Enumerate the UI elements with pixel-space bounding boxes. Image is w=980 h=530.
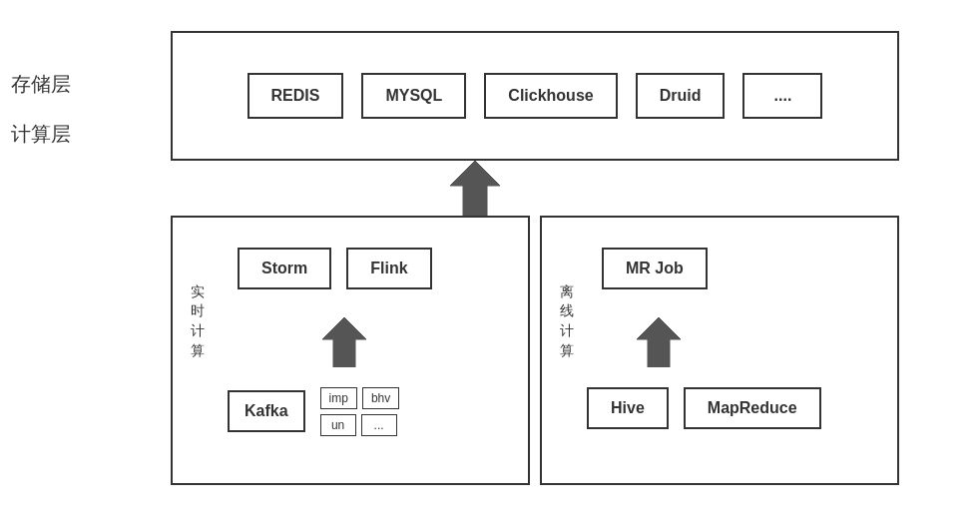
diagram: 存储层 REDIS MYSQL Clickhouse Druid .... 计算… [81,31,899,500]
mr-job-row: MR Job [602,248,708,289]
kafka-tag-more: ... [361,414,397,436]
realtime-up-arrow [322,317,366,367]
mr-job-item: MR Job [602,248,708,289]
realtime-box: 实 时 计 算 Storm Flink Kafka imp bhv [171,216,530,485]
hive-mr-row: Hive MapReduce [587,387,821,429]
kafka-tags-row2: un ... [320,414,400,436]
mapreduce-item: MapReduce [684,387,821,429]
hive-item: Hive [587,387,669,429]
storage-items: REDIS MYSQL Clickhouse Druid .... [173,33,897,159]
realtime-label: 实 时 计 算 [188,272,208,334]
svg-marker-0 [450,161,500,216]
offline-label: 离 线 计 算 [557,272,577,334]
storage-layer: REDIS MYSQL Clickhouse Druid .... [171,31,899,161]
storage-mysql: MYSQL [361,73,466,119]
offline-box: 离 线 计 算 MR Job Hive MapReduce [540,216,899,485]
offline-up-arrow [637,317,681,367]
kafka-tag-un: un [320,414,356,436]
svg-marker-2 [637,317,681,367]
storage-druid: Druid [636,73,726,119]
storm-item: Storm [238,248,331,289]
storage-redis: REDIS [247,73,344,119]
flink-item: Flink [346,248,431,289]
kafka-tag-bhv: bhv [362,387,399,409]
kafka-row: Kafka imp bhv un ... [228,387,399,436]
storage-clickhouse: Clickhouse [484,73,617,119]
compute-layer-label: 计算层 [0,121,71,148]
main-up-arrow [450,161,500,216]
kafka-tag-imp: imp [320,387,357,409]
storage-more: .... [742,73,822,119]
kafka-tags-row1: imp bhv [320,387,400,409]
storage-layer-label: 存储层 [0,71,71,97]
compute-layer: 实 时 计 算 Storm Flink Kafka imp bhv [171,216,899,485]
storage-box: REDIS MYSQL Clickhouse Druid .... [171,31,899,161]
svg-marker-1 [322,317,366,367]
kafka-item: Kafka [228,390,305,432]
storm-flink-row: Storm Flink [238,248,432,289]
kafka-tags: imp bhv un ... [320,387,400,436]
